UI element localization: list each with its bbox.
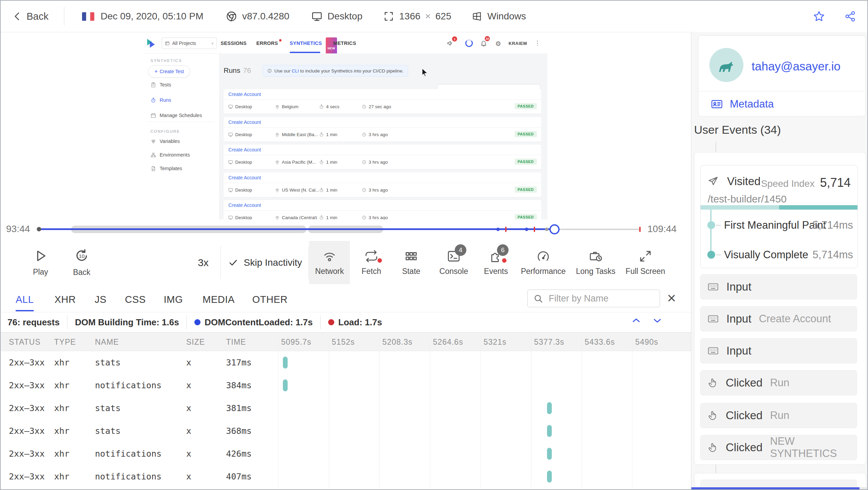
request-row[interactable]: 2xx–3xxxhrnotificationsx384ms [1,374,691,397]
column-header: STATUS [9,333,41,352]
timeline-progress [38,228,554,230]
time-column-header: 5433.6s [585,333,615,352]
divider [187,315,187,329]
events-group-card: Visited Speed Index 5,714 /test-builder/… [694,152,866,465]
panel-console-button[interactable]: 4Console [433,241,474,284]
chevron-left-icon [12,11,22,21]
panel-state-button[interactable]: State [391,241,432,284]
back-10s-button[interactable]: 10 Back [61,241,102,284]
windows-icon [471,11,483,22]
panel-full-screen-button[interactable]: Full Screen [625,241,666,284]
session-sidebar: tahay@asayer.io Metadata User Events (34… [691,32,868,490]
fullscreen-icon [638,249,653,263]
back-button[interactable]: Back [27,11,48,22]
error-marker [505,227,507,232]
play-button[interactable]: Play [20,241,61,284]
run-card: Create AccountDesktopUS West (N. Cal...1… [224,173,541,197]
run-name-link: Create Account [228,175,261,180]
count-badge: 6 [497,244,509,256]
error-marker [534,227,535,232]
network-tab-all[interactable]: ALL [16,289,34,311]
run-name-link: Create Account [228,119,261,125]
pointer-hand-icon [707,377,718,388]
network-tab-img[interactable]: IMG [164,289,183,310]
share-icon[interactable] [844,10,856,22]
clock-icon [361,104,367,109]
request-row[interactable]: 2xx–3xxxhrstatsx381ms [1,397,691,420]
user-event-input[interactable]: Input [700,274,857,299]
panel-network-button[interactable]: Network [309,241,350,284]
avatar [709,48,743,82]
user-event-click[interactable]: ClickedNEW SYNTHETICS [700,435,857,460]
request-row[interactable]: 2xx–3xxxhrnotificationsx407ms [1,465,691,488]
network-tab-media[interactable]: MEDIA [203,289,235,310]
panel-long-tasks-button[interactable]: Long Tasks [575,241,616,284]
speed-index-value: 5,714 [820,176,851,190]
request-row[interactable]: 2xx–3xxxhrstatsx368ms [1,420,691,442]
app-logo [146,38,158,48]
monitor-icon [228,132,233,137]
stopwatch-icon [150,97,156,103]
chrome-icon [226,11,237,22]
device-type: Desktop [327,11,363,22]
scrollbar-thumb[interactable] [691,487,859,490]
user-card: tahay@asayer.io Metadata [698,35,866,116]
runs-count: 76 [243,66,251,74]
run-name-link: Create Account [228,147,261,152]
stopwatch-icon [319,160,324,165]
skip-inactivity-toggle[interactable]: Skip Inactivity [228,241,302,284]
network-tab-xhr[interactable]: XHR [54,289,76,310]
run-card: Create AccountDesktopBelgium4 secs27 sec… [224,89,541,114]
request-row[interactable]: 2xx–3xxxhrnotificationsx426ms [1,442,691,465]
panel-events-button[interactable]: 6Events [476,241,516,284]
event-marker [496,228,500,231]
pin-icon [275,132,280,137]
panel-performance-button[interactable]: Performance [523,241,564,284]
svg-text:10: 10 [79,253,84,259]
alert-dot [502,258,507,263]
timeline-playhead[interactable] [549,224,560,234]
panel-fetch-button[interactable]: Fetch [351,241,392,284]
pointer-hand-icon [707,442,718,453]
favorite-star-icon[interactable] [813,10,825,23]
visited-event-card[interactable]: Visited Speed Index 5,714 /test-builder/… [700,165,858,268]
divider [67,315,67,329]
clock-icon [361,187,367,193]
create-test-button: +Create Test [148,65,190,78]
divider [698,91,865,92]
close-panel-icon[interactable]: × [667,289,676,307]
filter-input-box[interactable] [527,290,660,307]
network-tab-other[interactable]: OTHER [252,289,288,310]
user-event-click[interactable]: ClickedRun [700,370,857,395]
error-marker [639,227,641,232]
playback-speed-button[interactable]: 3x [191,241,215,284]
visited-metric: First Meaningful Paint5,714ms [701,218,857,232]
clock-icon [361,132,367,137]
column-header: NAME [95,333,119,352]
hexes-icon [150,138,156,144]
metadata-link[interactable]: Metadata [711,98,774,110]
user-event-input[interactable]: Input [700,338,857,363]
app-tab-metrics: METRICS [333,33,356,53]
event-marker-gray [545,228,548,231]
user-event-click[interactable]: ClickedRun [700,403,857,428]
user-event-input[interactable]: InputCreate Account [700,306,857,331]
app-sidebar-divider [148,121,214,122]
network-tab-js[interactable]: JS [95,289,107,310]
pointer-hand-icon [707,410,718,421]
network-tab-css[interactable]: CSS [125,289,146,310]
run-card: Create AccountDesktopMiddle East (Ba...1… [224,117,541,142]
app-sidebar-item-runs: Runs [150,95,171,105]
run-card: Create AccountDesktopCanada (Central)1 m… [224,200,541,219]
event-marker [525,228,528,231]
chevron-up-icon[interactable] [631,315,641,326]
app-sidebar-item-environments: Environments [150,150,190,160]
chevron-down-icon[interactable] [652,315,662,326]
timeline-track[interactable] [38,220,641,239]
count-badge: 4 [455,244,466,256]
filter-input[interactable] [548,293,652,304]
session-replay-window: Back Dec 09, 2020, 05:10 PM v87.0.4280 D… [0,0,868,490]
visited-url: /test-builder/1450 [708,193,787,205]
session-date: Dec 09, 2020, 05:10 PM [100,11,203,22]
request-row[interactable]: 2xx–3xxxhrstatsx317ms [1,351,691,374]
